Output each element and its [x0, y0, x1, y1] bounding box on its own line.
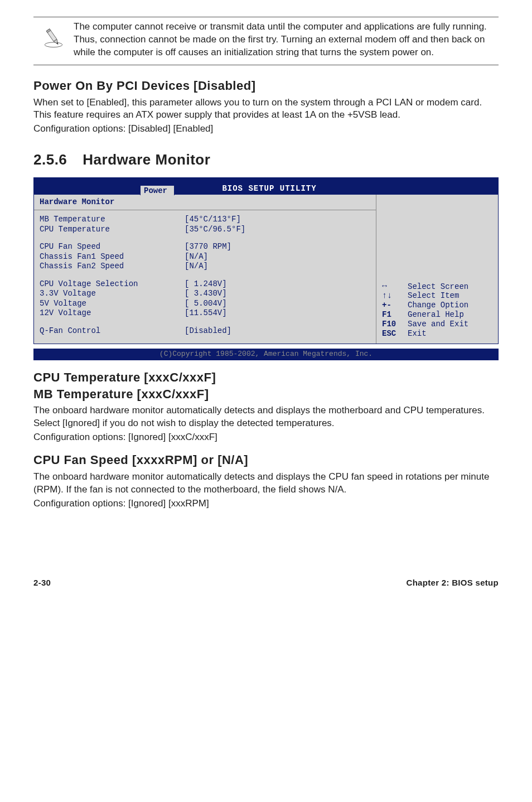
bios-row-value: [N/A]: [185, 252, 370, 262]
help-row: F10Save and Exit: [382, 320, 492, 329]
bios-help-pane: ↔Select Screen ↑↓Select Item +-Change Op…: [376, 195, 498, 344]
heading-power-on: Power On By PCI Devices [Disabled]: [33, 78, 499, 94]
bios-row[interactable]: 3.3V Voltage[ 3.430V]: [34, 289, 376, 299]
bios-titlebar: Power BIOS SETUP UTILITY: [34, 178, 498, 195]
section-number: 2.5.6: [33, 150, 67, 170]
page-number: 2-30: [33, 577, 51, 588]
bios-row[interactable]: Chassis Fan2 Speed[N/A]: [34, 262, 376, 272]
bios-row-value: [45°C/113°F]: [185, 215, 370, 225]
bios-row[interactable]: Q-Fan Control[Disabled]: [34, 326, 376, 336]
bios-row-label: 12V Voltage: [40, 308, 185, 318]
note-icon-cell: [33, 21, 74, 59]
heading-cpu-fan: CPU Fan Speed [xxxxRPM] or [N/A]: [33, 452, 499, 468]
help-text: Exit: [408, 329, 492, 339]
help-row: +-Change Option: [382, 301, 492, 310]
pencil-note-icon: [42, 26, 65, 50]
help-key: F10: [382, 320, 408, 329]
bios-row-value: [ 1.248V]: [185, 279, 370, 289]
help-text: General Help: [408, 310, 492, 320]
cpu-temp-body: The onboard hardware monitor automatical…: [33, 404, 499, 430]
bios-row[interactable]: CPU Voltage Selection[ 1.248V]: [34, 279, 376, 289]
help-row: ↔Select Screen: [382, 282, 492, 292]
bios-row-value: [ 5.004V]: [185, 299, 370, 309]
bios-row-label: CPU Temperature: [40, 225, 185, 235]
bios-row-value: [35°C/96.5°F]: [185, 225, 370, 235]
section-title: Hardware Monitor: [83, 151, 210, 168]
power-on-block: When set to [Enabled], this parameter al…: [33, 96, 499, 136]
bios-row-value: [N/A]: [185, 262, 370, 272]
chapter-title: Chapter 2: BIOS setup: [407, 577, 499, 588]
cpu-fan-block: The onboard hardware monitor automatical…: [33, 471, 499, 510]
cpu-temp-block: The onboard hardware monitor automatical…: [33, 404, 499, 444]
bios-row[interactable]: CPU Fan Speed[3770 RPM]: [34, 242, 376, 252]
bios-row-label: MB Temperature: [40, 215, 185, 225]
bios-row[interactable]: MB Temperature[45°C/113°F]: [34, 215, 376, 225]
note-text: The computer cannot receive or transmit …: [74, 21, 499, 59]
bios-row-label: CPU Fan Speed: [40, 242, 185, 252]
bios-subheading: Hardware Monitor: [34, 195, 376, 210]
bios-row-label: CPU Voltage Selection: [40, 279, 185, 289]
bios-row[interactable]: 5V Voltage[ 5.004V]: [34, 299, 376, 309]
bios-row[interactable]: CPU Temperature[35°C/96.5°F]: [34, 225, 376, 235]
help-row: F1General Help: [382, 310, 492, 320]
bios-row-value: [11.554V]: [185, 308, 370, 318]
section-heading: 2.5.6Hardware Monitor: [33, 150, 499, 170]
power-on-config: Configuration options: [Disabled] [Enabl…: [33, 123, 499, 136]
bios-copyright: (C)Copyright 1985-2002, American Megatre…: [33, 349, 499, 360]
page-footer: 2-30 Chapter 2: BIOS setup: [33, 577, 499, 588]
svg-point-0: [45, 42, 62, 47]
note-box: The computer cannot receive or transmit …: [33, 17, 499, 65]
help-text: Save and Exit: [408, 320, 492, 329]
bios-row-value: [3770 RPM]: [185, 242, 370, 252]
bios-row-label: Chassis Fan2 Speed: [40, 262, 185, 272]
bios-row-label: 5V Voltage: [40, 299, 185, 309]
bios-row-label: Chassis Fan1 Speed: [40, 252, 185, 262]
bios-panel: Power BIOS SETUP UTILITY Hardware Monito…: [33, 177, 499, 344]
help-text: Change Option: [408, 301, 492, 310]
cpu-temp-config: Configuration options: [Ignored] [xxxC/x…: [33, 431, 499, 444]
help-text: Select Item: [408, 291, 492, 301]
bios-row-value: [Disabled]: [185, 326, 370, 336]
bios-title: BIOS SETUP UTILITY: [175, 183, 364, 195]
heading-mb-temp: MB Temperature [xxxC/xxxF]: [33, 386, 499, 403]
heading-cpu-temp: CPU Temperature [xxxC/xxxF]: [33, 369, 499, 386]
help-key: +-: [382, 301, 408, 310]
help-text: Select Screen: [408, 282, 492, 292]
help-row: ESCExit: [382, 329, 492, 339]
cpu-fan-body: The onboard hardware monitor automatical…: [33, 471, 499, 496]
cpu-fan-config: Configuration options: [Ignored] [xxxRPM…: [33, 497, 499, 510]
bios-left-pane: Hardware Monitor MB Temperature[45°C/113…: [34, 195, 376, 344]
bios-row[interactable]: 12V Voltage[11.554V]: [34, 308, 376, 318]
help-key: ESC: [382, 329, 408, 339]
help-row: ↑↓Select Item: [382, 291, 492, 301]
left-right-arrow-icon: ↔: [382, 282, 408, 292]
bios-row-label: 3.3V Voltage: [40, 289, 185, 299]
help-key: F1: [382, 310, 408, 320]
bios-row-value: [ 3.430V]: [185, 289, 370, 299]
bios-row[interactable]: Chassis Fan1 Speed[N/A]: [34, 252, 376, 262]
up-down-arrow-icon: ↑↓: [382, 291, 408, 301]
bios-row-label: Q-Fan Control: [40, 326, 185, 336]
power-on-body: When set to [Enabled], this parameter al…: [33, 96, 499, 122]
bios-tab-power[interactable]: Power: [140, 185, 175, 195]
